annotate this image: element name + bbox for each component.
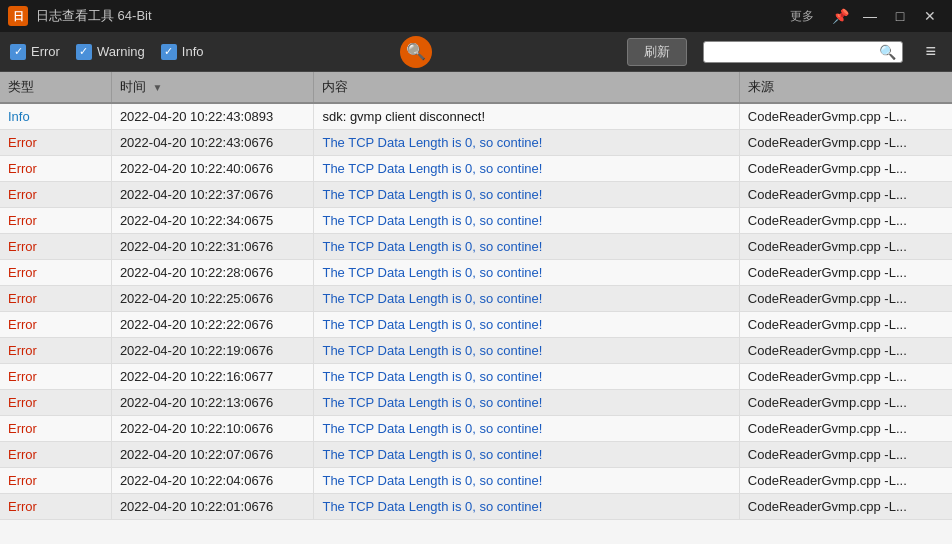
cell-content: The TCP Data Length is 0, so contine!: [314, 390, 739, 416]
cell-content: sdk: gvmp client disconnect!: [314, 103, 739, 130]
filter-info[interactable]: ✓ Info: [161, 44, 204, 60]
table-row[interactable]: Error 2022-04-20 10:22:34:0675 The TCP D…: [0, 208, 952, 234]
cell-type: Info: [0, 103, 111, 130]
filter-warning[interactable]: ✓ Warning: [76, 44, 145, 60]
info-checkbox-icon: ✓: [161, 44, 177, 60]
cell-content: The TCP Data Length is 0, so contine!: [314, 182, 739, 208]
table-row[interactable]: Error 2022-04-20 10:22:07:0676 The TCP D…: [0, 442, 952, 468]
cell-source: CodeReaderGvmp.cpp -L...: [739, 103, 952, 130]
table-row[interactable]: Error 2022-04-20 10:22:28:0676 The TCP D…: [0, 260, 952, 286]
refresh-button[interactable]: 刷新: [627, 38, 687, 66]
cell-content: The TCP Data Length is 0, so contine!: [314, 338, 739, 364]
table-row[interactable]: Error 2022-04-20 10:22:43:0676 The TCP D…: [0, 130, 952, 156]
cell-time: 2022-04-20 10:22:22:0676: [111, 312, 314, 338]
log-table-container: 类型 时间 ▼ 内容 来源 Info 2022-04-20 10:22:43:0…: [0, 72, 952, 544]
table-row[interactable]: Error 2022-04-20 10:22:40:0676 The TCP D…: [0, 156, 952, 182]
cell-source: CodeReaderGvmp.cpp -L...: [739, 468, 952, 494]
cell-source: CodeReaderGvmp.cpp -L...: [739, 208, 952, 234]
cell-source: CodeReaderGvmp.cpp -L...: [739, 130, 952, 156]
cell-content: The TCP Data Length is 0, so contine!: [314, 286, 739, 312]
table-row[interactable]: Error 2022-04-20 10:22:19:0676 The TCP D…: [0, 338, 952, 364]
window-controls: 📌 — □ ✕: [826, 2, 944, 30]
minimize-button[interactable]: —: [856, 2, 884, 30]
cell-time: 2022-04-20 10:22:04:0676: [111, 468, 314, 494]
cell-content: The TCP Data Length is 0, so contine!: [314, 312, 739, 338]
column-header-time[interactable]: 时间 ▼: [111, 72, 314, 103]
cell-source: CodeReaderGvmp.cpp -L...: [739, 286, 952, 312]
cell-source: CodeReaderGvmp.cpp -L...: [739, 338, 952, 364]
cell-time: 2022-04-20 10:22:13:0676: [111, 390, 314, 416]
cell-type: Error: [0, 156, 111, 182]
toolbar: ✓ Error ✓ Warning ✓ Info 🔍 刷新 🔍 ≡: [0, 32, 952, 72]
search-icon[interactable]: 🔍: [879, 44, 896, 60]
info-filter-label: Info: [182, 44, 204, 59]
more-label[interactable]: 更多: [790, 8, 814, 25]
error-filter-label: Error: [31, 44, 60, 59]
titlebar: 日 日志查看工具 64-Bit 更多 📌 — □ ✕: [0, 0, 952, 32]
column-header-source[interactable]: 来源: [739, 72, 952, 103]
pin-button[interactable]: 📌: [826, 2, 854, 30]
column-header-type[interactable]: 类型: [0, 72, 111, 103]
cell-content: The TCP Data Length is 0, so contine!: [314, 260, 739, 286]
cell-type: Error: [0, 416, 111, 442]
app-icon: 日: [8, 6, 28, 26]
table-row[interactable]: Error 2022-04-20 10:22:04:0676 The TCP D…: [0, 468, 952, 494]
cell-time: 2022-04-20 10:22:43:0893: [111, 103, 314, 130]
cell-type: Error: [0, 468, 111, 494]
cell-source: CodeReaderGvmp.cpp -L...: [739, 494, 952, 520]
center-search-area: 🔍: [220, 36, 612, 68]
cell-content: The TCP Data Length is 0, so contine!: [314, 442, 739, 468]
cell-time: 2022-04-20 10:22:19:0676: [111, 338, 314, 364]
cell-time: 2022-04-20 10:22:10:0676: [111, 416, 314, 442]
error-checkbox-icon: ✓: [10, 44, 26, 60]
cell-content: The TCP Data Length is 0, so contine!: [314, 468, 739, 494]
cell-source: CodeReaderGvmp.cpp -L...: [739, 234, 952, 260]
cell-time: 2022-04-20 10:22:34:0675: [111, 208, 314, 234]
table-row[interactable]: Error 2022-04-20 10:22:37:0676 The TCP D…: [0, 182, 952, 208]
search-bar: 🔍: [703, 41, 903, 63]
cell-content: The TCP Data Length is 0, so contine!: [314, 130, 739, 156]
table-row[interactable]: Error 2022-04-20 10:22:10:0676 The TCP D…: [0, 416, 952, 442]
cell-time: 2022-04-20 10:22:25:0676: [111, 286, 314, 312]
table-row[interactable]: Error 2022-04-20 10:22:22:0676 The TCP D…: [0, 312, 952, 338]
cell-type: Error: [0, 182, 111, 208]
cell-source: CodeReaderGvmp.cpp -L...: [739, 390, 952, 416]
table-row[interactable]: Error 2022-04-20 10:22:25:0676 The TCP D…: [0, 286, 952, 312]
table-row[interactable]: Error 2022-04-20 10:22:13:0676 The TCP D…: [0, 390, 952, 416]
cell-type: Error: [0, 494, 111, 520]
filter-error[interactable]: ✓ Error: [10, 44, 60, 60]
close-button[interactable]: ✕: [916, 2, 944, 30]
table-row[interactable]: Error 2022-04-20 10:22:31:0676 The TCP D…: [0, 234, 952, 260]
warning-filter-label: Warning: [97, 44, 145, 59]
cell-type: Error: [0, 234, 111, 260]
cell-type: Error: [0, 442, 111, 468]
cell-time: 2022-04-20 10:22:07:0676: [111, 442, 314, 468]
cell-type: Error: [0, 208, 111, 234]
search-magnifier-button[interactable]: 🔍: [400, 36, 432, 68]
cell-time: 2022-04-20 10:22:16:0677: [111, 364, 314, 390]
menu-button[interactable]: ≡: [919, 39, 942, 64]
cell-type: Error: [0, 260, 111, 286]
cell-content: The TCP Data Length is 0, so contine!: [314, 494, 739, 520]
cell-content: The TCP Data Length is 0, so contine!: [314, 156, 739, 182]
search-input[interactable]: [710, 44, 879, 59]
cell-content: The TCP Data Length is 0, so contine!: [314, 416, 739, 442]
cell-time: 2022-04-20 10:22:37:0676: [111, 182, 314, 208]
maximize-button[interactable]: □: [886, 2, 914, 30]
cell-source: CodeReaderGvmp.cpp -L...: [739, 260, 952, 286]
table-header-row: 类型 时间 ▼ 内容 来源: [0, 72, 952, 103]
cell-source: CodeReaderGvmp.cpp -L...: [739, 416, 952, 442]
time-sort-icon: ▼: [153, 82, 163, 93]
app-title: 日志查看工具 64-Bit: [36, 7, 790, 25]
table-row[interactable]: Error 2022-04-20 10:22:16:0677 The TCP D…: [0, 364, 952, 390]
table-row[interactable]: Info 2022-04-20 10:22:43:0893 sdk: gvmp …: [0, 103, 952, 130]
cell-type: Error: [0, 286, 111, 312]
cell-type: Error: [0, 312, 111, 338]
column-header-content[interactable]: 内容: [314, 72, 739, 103]
cell-type: Error: [0, 364, 111, 390]
table-row[interactable]: Error 2022-04-20 10:22:01:0676 The TCP D…: [0, 494, 952, 520]
cell-content: The TCP Data Length is 0, so contine!: [314, 208, 739, 234]
cell-type: Error: [0, 338, 111, 364]
cell-source: CodeReaderGvmp.cpp -L...: [739, 442, 952, 468]
cell-content: The TCP Data Length is 0, so contine!: [314, 364, 739, 390]
